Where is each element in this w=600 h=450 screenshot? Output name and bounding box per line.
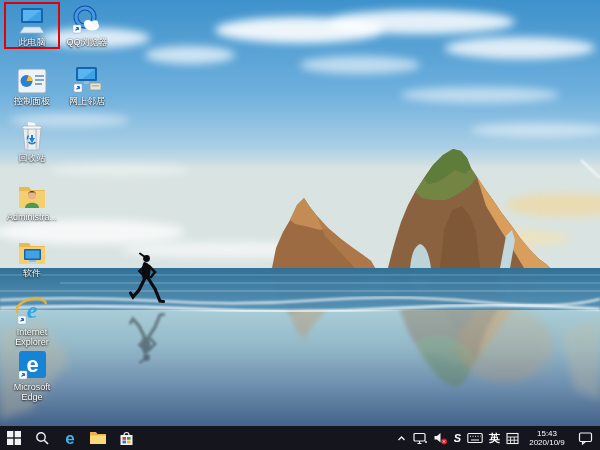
monitor-folder-icon <box>17 235 47 266</box>
action-center-bubble-icon <box>578 431 593 445</box>
tray-show-hidden-icons[interactable] <box>396 426 407 450</box>
speaker-muted-icon <box>433 431 448 445</box>
taskbar-file-explorer-button[interactable] <box>84 426 112 450</box>
desktop-icon-recycle-bin[interactable]: 回收站 <box>4 118 60 165</box>
tray-ime-language-indicator[interactable]: 英 <box>489 426 500 450</box>
desktop-icon-label: 回收站 <box>19 153 46 163</box>
folder-icon <box>90 431 106 445</box>
qq-browser-cloud-icon <box>71 4 103 35</box>
windows-desktop: 此电脑 QQ浏览器 控制面 <box>0 0 600 450</box>
tray-date: 2020/10/9 <box>529 438 565 447</box>
desktop-icon-label: Administra... <box>7 212 57 222</box>
tray-sogou-ime-icon[interactable]: S <box>454 426 461 450</box>
desktop-icon-network-places[interactable]: 网上邻居 <box>59 61 115 108</box>
tray-time: 15:43 <box>537 429 557 438</box>
chevron-up-icon <box>396 433 407 444</box>
system-tray: S 英 15:43 2020/10/9 <box>396 426 600 450</box>
search-icon <box>35 431 49 445</box>
taskbar-edge-button[interactable]: e <box>56 426 84 450</box>
svg-text:e: e <box>65 429 74 447</box>
tray-clock[interactable]: 15:43 2020/10/9 <box>525 429 569 447</box>
windows-logo-icon <box>7 431 21 445</box>
touch-keyboard-icon <box>467 432 483 444</box>
this-pc-icon <box>17 4 47 35</box>
store-bag-icon <box>119 431 134 446</box>
desktop-icon-software-folder[interactable]: 软件 <box>4 233 60 280</box>
desktop-icon-label: 此电脑 <box>19 37 46 47</box>
control-panel-icon <box>17 63 47 94</box>
ime-toolbox-icon <box>506 432 519 445</box>
desktop-icon-label: 网上邻居 <box>69 96 105 106</box>
desktop-icon-administrator[interactable]: Administra... <box>4 177 60 224</box>
desktop-icon-internet-explorer[interactable]: e Internet Explorer <box>4 292 60 349</box>
desktop-icon-control-panel[interactable]: 控制面板 <box>4 61 60 108</box>
action-center-button[interactable] <box>575 426 595 450</box>
microsoft-edge-icon: e <box>17 349 47 380</box>
edge-e-icon: e <box>61 429 79 447</box>
desktop-icon-label: 软件 <box>23 268 41 278</box>
taskbar-search-button[interactable] <box>28 426 56 450</box>
tray-network-button[interactable] <box>413 426 427 450</box>
desktop-icon-qq-browser[interactable]: QQ浏览器 <box>59 2 115 49</box>
recycle-bin-icon <box>19 120 45 151</box>
desktop-icon-label: 控制面板 <box>14 96 50 106</box>
tray-volume-button[interactable] <box>433 426 448 450</box>
taskbar-store-button[interactable] <box>112 426 140 450</box>
svg-text:e: e <box>26 352 38 377</box>
taskbar: e <box>0 426 600 450</box>
network-monitor-icon <box>413 432 427 445</box>
desktop-icon-this-pc[interactable]: 此电脑 <box>4 2 60 49</box>
start-button[interactable] <box>0 426 28 450</box>
desktop-icon-label: Internet Explorer <box>6 327 58 347</box>
network-computer-icon <box>71 63 103 94</box>
tray-ime-toolbox-button[interactable] <box>506 426 519 450</box>
user-folder-icon <box>17 179 47 210</box>
tray-touch-keyboard-button[interactable] <box>467 426 483 450</box>
internet-explorer-icon: e <box>16 294 48 325</box>
desktop-icon-label: QQ浏览器 <box>66 37 107 47</box>
desktop-icon-microsoft-edge[interactable]: e Microsoft Edge <box>4 347 60 404</box>
desktop-icon-label: Microsoft Edge <box>6 382 58 402</box>
